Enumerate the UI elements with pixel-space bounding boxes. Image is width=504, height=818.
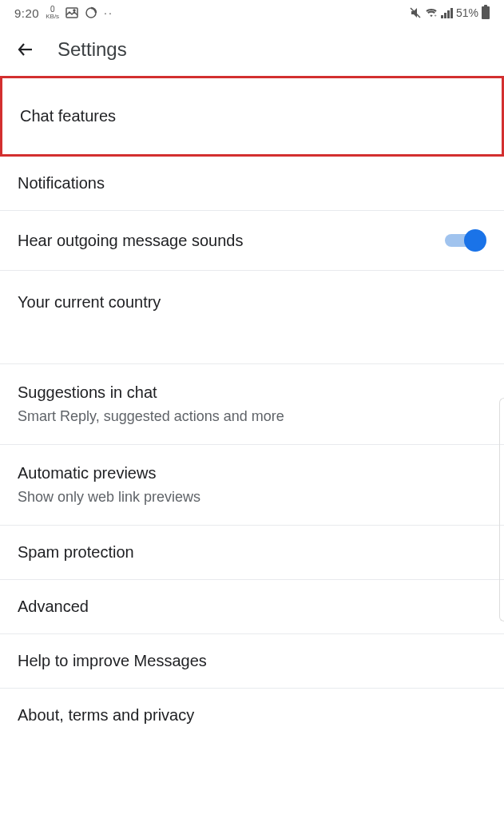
section-divider xyxy=(0,345,504,364)
suggestions-item[interactable]: Suggestions in chat Smart Reply, suggest… xyxy=(0,364,504,445)
svg-point-1 xyxy=(73,10,75,11)
toggle-thumb xyxy=(464,229,486,252)
item-label: Hear outgoing message sounds xyxy=(18,232,243,250)
item-label: About, terms and privacy xyxy=(18,706,194,725)
help-improve-item[interactable]: Help to improve Messages xyxy=(0,634,504,689)
hear-sounds-item[interactable]: Hear outgoing message sounds xyxy=(0,211,504,271)
page-title: Settings xyxy=(58,38,127,61)
notifications-item[interactable]: Notifications xyxy=(0,157,504,211)
status-left: 9:20 0 KB/s ·· xyxy=(14,6,113,20)
automatic-previews-item[interactable]: Automatic previews Show only web link pr… xyxy=(0,445,504,526)
item-label: Advanced xyxy=(18,598,89,616)
battery-percent: 51% xyxy=(456,6,478,19)
item-label: Notifications xyxy=(18,174,105,193)
back-button[interactable] xyxy=(16,40,35,59)
battery-icon xyxy=(482,6,490,19)
item-label: Automatic previews xyxy=(18,464,200,482)
spam-protection-item[interactable]: Spam protection xyxy=(0,526,504,580)
signal-icon xyxy=(441,7,453,18)
image-icon xyxy=(65,6,78,19)
item-label: Chat features xyxy=(20,107,116,125)
data-saver-icon xyxy=(85,6,97,19)
item-sublabel: Smart Reply, suggested actions and more xyxy=(18,408,284,425)
hear-sounds-toggle[interactable] xyxy=(445,228,486,252)
status-time: 9:20 xyxy=(14,6,39,20)
item-label: Spam protection xyxy=(18,543,134,562)
settings-list: Chat features Notifications Hear outgoin… xyxy=(0,77,504,742)
status-right: + 51% xyxy=(409,6,490,19)
status-bar: 9:20 0 KB/s ·· xyxy=(0,0,504,26)
about-terms-privacy-item[interactable]: About, terms and privacy xyxy=(0,689,504,742)
item-label: Suggestions in chat xyxy=(18,383,284,402)
chat-features-item[interactable]: Chat features xyxy=(0,76,504,157)
advanced-item[interactable]: Advanced xyxy=(0,580,504,634)
item-label: Your current country xyxy=(18,293,161,312)
scrollbar-hint xyxy=(499,398,504,621)
app-bar: Settings xyxy=(0,26,504,77)
svg-text:+: + xyxy=(435,13,437,18)
item-sublabel: Show only web link previews xyxy=(18,489,200,506)
network-speed-indicator: 0 KB/s xyxy=(46,6,59,20)
current-country-item[interactable]: Your current country xyxy=(0,271,504,345)
wifi-icon: + xyxy=(425,6,438,19)
item-label: Help to improve Messages xyxy=(18,652,207,670)
more-indicator: ·· xyxy=(104,6,113,19)
mute-icon xyxy=(409,6,422,19)
